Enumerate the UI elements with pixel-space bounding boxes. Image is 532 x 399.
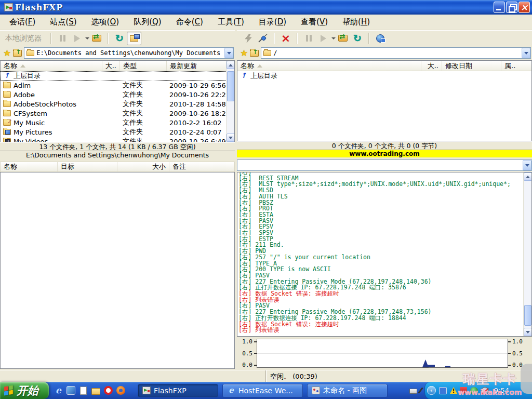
- file-row[interactable]: My Pictures 文件夹 2010-2-24 0:07: [1, 127, 227, 137]
- file-row[interactable]: 上层目录: [1, 71, 227, 81]
- log-line: [右] SPSV: [238, 230, 523, 236]
- restore-button[interactable]: [506, 2, 517, 13]
- quick-connect-button[interactable]: [241, 32, 256, 45]
- tray-icon[interactable]: [450, 387, 457, 394]
- transfer-button[interactable]: [89, 32, 104, 45]
- remote-favorites-icon[interactable]: ★: [240, 49, 248, 58]
- log-scroll-up-button[interactable]: [524, 172, 532, 181]
- task-button[interactable]: eHostEase We...: [222, 384, 303, 397]
- task-button[interactable]: FlashFXP: [138, 384, 218, 397]
- menu-item[interactable]: 队列(Q): [127, 16, 168, 29]
- log-line: [右] 211 End.: [238, 242, 523, 248]
- file-icon: [3, 129, 11, 135]
- log-line: [右] ESTA: [238, 212, 523, 218]
- remote-path-combobox[interactable]: /: [261, 47, 531, 59]
- speed-spike: [422, 360, 429, 367]
- scroll-down-button[interactable]: [227, 134, 235, 142]
- queue-list[interactable]: [0, 172, 235, 369]
- menu-item[interactable]: 会话(F): [3, 16, 42, 29]
- ad-banner[interactable]: www.ootrading.com: [237, 150, 532, 157]
- column-header-size[interactable]: 大..: [102, 61, 120, 71]
- queue-column-target[interactable]: 目标: [58, 162, 117, 171]
- queue-column-size[interactable]: 大小: [117, 162, 169, 171]
- log-scrollbar[interactable]: [523, 172, 531, 336]
- file-row[interactable]: Adlm 文件夹 2009-10-29 6:56: [1, 81, 227, 90]
- remote-transfer-button[interactable]: [336, 32, 350, 45]
- quick-launch-icon[interactable]: [91, 388, 100, 395]
- menu-item[interactable]: 命令(C): [170, 16, 209, 29]
- quick-launch: e: [49, 386, 130, 395]
- up-directory-icon[interactable]: [13, 50, 22, 57]
- connect-button[interactable]: [256, 32, 270, 45]
- favorites-icon[interactable]: ★: [3, 49, 11, 58]
- resume-dropdown-icon[interactable]: [85, 37, 89, 39]
- local-view-toggle-button[interactable]: [127, 32, 141, 45]
- task-buttons: FlashFXP eHostEase We... 未命名 - 画图: [130, 384, 388, 397]
- tray-icon[interactable]: [470, 387, 478, 394]
- disconnect-button[interactable]: ×: [278, 32, 293, 45]
- menu-item[interactable]: 帮助(H): [336, 16, 376, 29]
- resume-button[interactable]: [70, 32, 84, 45]
- refresh-button[interactable]: ↻: [112, 32, 127, 45]
- taskbar: 开始 e FlashFXP eHostEase We... 未命名 - 画图: [0, 382, 532, 399]
- menu-item[interactable]: 选项(O): [85, 16, 126, 29]
- minimize-button[interactable]: [494, 2, 505, 13]
- log-scroll-down-button[interactable]: [524, 328, 532, 336]
- file-row[interactable]: Adobe 文件夹 2009-10-26 22:22: [1, 90, 227, 99]
- remote-resume-button[interactable]: [316, 32, 330, 45]
- close-button[interactable]: ×: [518, 2, 530, 13]
- local-path-dropdown-icon[interactable]: [224, 48, 233, 58]
- task-button[interactable]: 未命名 - 画图: [307, 384, 388, 397]
- queue-header: 名称 目标 大小 备注: [0, 162, 235, 172]
- file-row[interactable]: My Music 文件夹 2010-2-2 16:02: [1, 118, 227, 127]
- remote-pause-button[interactable]: [301, 32, 316, 45]
- remote-column-attr[interactable]: 属..: [501, 61, 531, 71]
- menu-item[interactable]: 目录(D): [252, 16, 292, 29]
- quick-launch-icon[interactable]: [104, 386, 113, 395]
- column-header-name[interactable]: 名称: [1, 61, 102, 71]
- quick-launch-icon[interactable]: [66, 386, 75, 395]
- tray-icon[interactable]: [460, 387, 467, 394]
- local-list-scrollbar[interactable]: [226, 61, 234, 142]
- queue-column-remark[interactable]: 备注: [169, 162, 234, 171]
- command-input[interactable]: [237, 159, 532, 171]
- remote-column-size[interactable]: 大..: [421, 61, 442, 71]
- command-dropdown-icon[interactable]: [523, 160, 531, 170]
- log-line: [右] 257 "/" is your current location: [238, 255, 523, 261]
- pause-button[interactable]: [55, 32, 70, 45]
- scroll-up-button[interactable]: [227, 61, 235, 69]
- file-row[interactable]: My Videos 文件夹 2009-10-26 6:49: [1, 137, 227, 142]
- scroll-thumb[interactable]: [227, 71, 234, 101]
- remote-up-directory-icon[interactable]: [250, 50, 259, 57]
- file-row[interactable]: AdobeStockPhotos 文件夹 2010-1-28 14:58: [1, 99, 227, 109]
- remote-file-row[interactable]: 上层目录: [237, 71, 531, 81]
- hide-tray-icons-chevron[interactable]: ‹: [427, 386, 436, 395]
- menu-item[interactable]: 工具(T): [211, 16, 250, 29]
- quick-launch-icon[interactable]: [80, 387, 87, 395]
- queue-column-name[interactable]: 名称: [1, 162, 58, 171]
- tray-icon[interactable]: [418, 387, 423, 393]
- remote-column-date[interactable]: 修改日期: [442, 61, 501, 71]
- remote-column-name[interactable]: 名称: [237, 61, 421, 71]
- remote-path-dropdown-icon[interactable]: [522, 48, 530, 58]
- menu-item[interactable]: 查看(V): [295, 16, 334, 29]
- column-header-type[interactable]: 类型: [120, 61, 167, 71]
- quick-launch-icon[interactable]: e: [54, 386, 63, 395]
- remote-toolbar: × ↻: [237, 30, 532, 46]
- local-path-combobox[interactable]: E:\Documents and Settings\chenwuhong\My …: [24, 47, 234, 59]
- log-line: [右] 数据 Socket 错误: 连接超时: [238, 322, 523, 328]
- file-icon: [3, 82, 11, 88]
- tray-icon[interactable]: [481, 387, 489, 394]
- disconnect-x-icon: ×: [281, 33, 290, 44]
- tray-icon[interactable]: [409, 389, 417, 394]
- remote-resume-dropdown-icon[interactable]: [331, 37, 336, 39]
- remote-refresh-button[interactable]: ↻: [350, 32, 365, 45]
- column-header-date[interactable]: 最新更新: [167, 61, 226, 71]
- remote-view-button[interactable]: [373, 32, 388, 45]
- menu-item[interactable]: 站点(S): [44, 16, 83, 29]
- file-row[interactable]: CFSystem 文件夹 2009-10-26 18:29: [1, 109, 227, 118]
- log-scroll-thumb[interactable]: [524, 305, 531, 326]
- start-button[interactable]: 开始: [0, 382, 49, 399]
- quick-launch-icon[interactable]: [116, 386, 125, 395]
- tray-icon[interactable]: [439, 387, 447, 394]
